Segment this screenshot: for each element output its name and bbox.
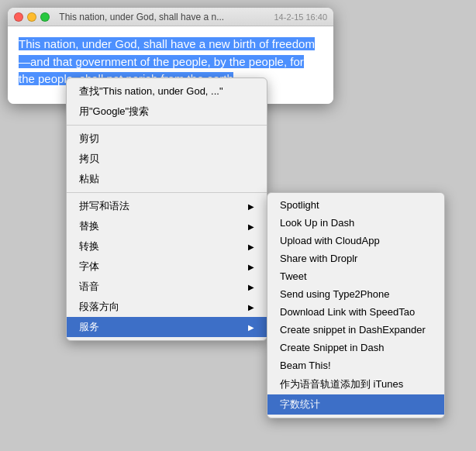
menu-item-paste[interactable]: 粘贴 [67, 169, 267, 189]
submenu-item-tweet[interactable]: Tweet [267, 267, 444, 285]
submenu-item-dash-snippet[interactable]: Create Snippet in Dash [267, 339, 444, 356]
menu-separator-2 [67, 192, 267, 193]
submenu-item-cloudapp[interactable]: Upload with CloudApp [267, 232, 444, 250]
menu-item-font[interactable]: 字体 ▶ [67, 256, 267, 277]
submenu-item-dash[interactable]: Look Up in Dash [267, 214, 444, 232]
menu-item-copy[interactable]: 拷贝 [67, 149, 267, 169]
submenu-arrow-services: ▶ [248, 323, 254, 332]
submenu-arrow-transform: ▶ [248, 243, 254, 251]
maximize-button[interactable] [40, 12, 50, 22]
menu-item-search[interactable]: 查找"This nation, under God, ..." [67, 81, 267, 102]
submenu-item-spotlight[interactable]: Spotlight [267, 196, 444, 214]
submenu-arrow-replace: ▶ [248, 222, 254, 231]
menu-item-transform[interactable]: 转换 ▶ [67, 236, 267, 256]
services-submenu: Spotlight Look Up in Dash Upload with Cl… [267, 192, 445, 418]
submenu-arrow-speech: ▶ [248, 283, 254, 291]
minimize-button[interactable] [27, 12, 36, 22]
menu-item-services[interactable]: 服务 ▶ [67, 317, 267, 337]
submenu-item-dashexpander[interactable]: Create snippet in DashExpander [267, 321, 444, 339]
submenu-item-type2phone[interactable]: Send using Type2Phone [267, 285, 444, 303]
submenu-arrow-paragraph: ▶ [248, 303, 254, 312]
submenu-item-droplr[interactable]: Share with Droplr [267, 250, 444, 267]
close-button[interactable] [14, 12, 23, 22]
submenu-arrow-font: ▶ [248, 263, 254, 271]
window-title: This nation, under God, shall have a n..… [56, 12, 228, 22]
menu-item-speech[interactable]: 语音 ▶ [67, 277, 267, 297]
traffic-lights [14, 12, 50, 22]
menu-item-spelling[interactable]: 拼写和语法 ▶ [67, 196, 267, 216]
window-date: 14-2-15 16:40 [274, 12, 328, 22]
submenu-item-beam[interactable]: Beam This! [267, 356, 444, 374]
submenu-item-wordcount[interactable]: 字数统计 [267, 394, 444, 415]
menu-separator-1 [67, 125, 267, 126]
menu-item-google[interactable]: 用"Google"搜索 [67, 102, 267, 122]
submenu-item-itunes[interactable]: 作为语音轨道添加到 iTunes [267, 374, 444, 394]
context-menu: 查找"This nation, under God, ..." 用"Google… [66, 77, 267, 341]
menu-item-paragraph[interactable]: 段落方向 ▶ [67, 297, 267, 317]
submenu-item-speedtao[interactable]: Download Link with SpeedTao [267, 303, 444, 321]
menu-item-cut[interactable]: 剪切 [67, 129, 267, 149]
titlebar: This nation, under God, shall have a n..… [8, 8, 333, 26]
menu-item-replace[interactable]: 替换 ▶ [67, 216, 267, 236]
submenu-arrow-spelling: ▶ [248, 202, 254, 211]
